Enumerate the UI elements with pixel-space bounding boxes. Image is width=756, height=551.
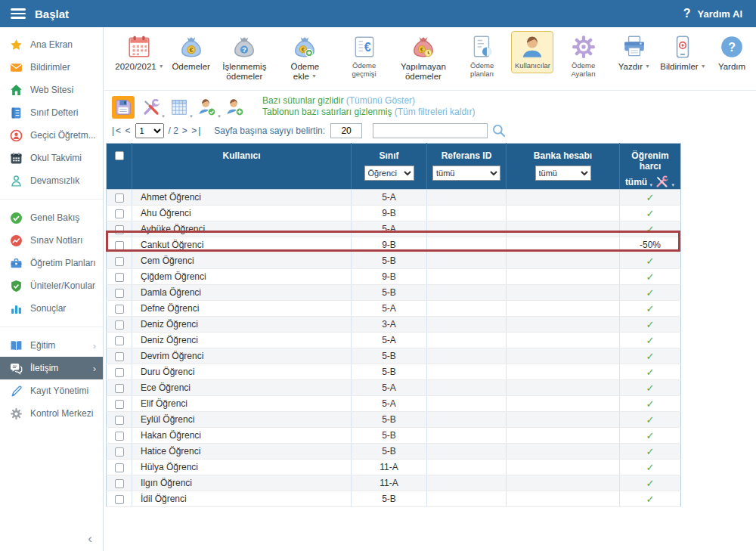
row-checkbox-cell[interactable]	[107, 253, 132, 269]
table-row[interactable]: Aybüke Öğrenci5-A✓	[107, 221, 681, 237]
table-row[interactable]: Duru Öğrenci5-B✓	[107, 364, 681, 380]
sidebar-item-egitim[interactable]: Eğitim ›	[0, 334, 103, 357]
table-row[interactable]: Çiğdem Öğrenci9-B✓	[107, 269, 681, 285]
save-button[interactable]	[112, 96, 135, 119]
row-checkbox-cell[interactable]	[107, 428, 132, 444]
bank-filter-select[interactable]: tümü	[535, 166, 591, 181]
toolbar-item-yardim[interactable]: ? Yardım	[711, 31, 753, 75]
row-checkbox[interactable]	[115, 225, 124, 234]
row-checkbox-cell[interactable]	[107, 301, 132, 317]
sidebar-item-uniteler-konular[interactable]: Üniteler/Konular	[0, 274, 103, 297]
row-checkbox[interactable]	[115, 336, 124, 345]
toolbar-item-bildirimler[interactable]: Bildirimler▼	[657, 31, 709, 75]
row-checkbox[interactable]	[115, 447, 124, 457]
row-checkbox[interactable]	[115, 320, 124, 330]
show-all-columns-link[interactable]: (Tümünü Göster)	[346, 95, 415, 106]
user-name-cell[interactable]: Hatice Öğrenci	[132, 444, 352, 460]
row-checkbox-cell[interactable]	[107, 348, 132, 364]
table-row[interactable]: Ece Öğrenci5-A✓	[107, 380, 681, 396]
user-name-cell[interactable]: Aybüke Öğrenci	[132, 221, 352, 237]
user-name-cell[interactable]: Hakan Öğrenci	[132, 428, 352, 444]
row-checkbox-cell[interactable]	[107, 317, 132, 333]
table-row[interactable]: Elif Öğrenci5-A✓	[107, 396, 681, 412]
table-row[interactable]: Cem Öğrenci5-B✓	[107, 253, 681, 269]
prev-page-button[interactable]: <	[125, 125, 132, 136]
user-name-cell[interactable]: Ece Öğrenci	[132, 380, 352, 396]
sidebar-item-devamsizlik[interactable]: Devamsızlık	[0, 169, 103, 192]
select-all-header[interactable]	[107, 144, 132, 190]
row-checkbox[interactable]	[115, 368, 124, 377]
row-checkbox[interactable]	[115, 479, 124, 488]
sidebar-item-ogretim-planlari[interactable]: Öğretim Planları	[0, 252, 103, 274]
row-checkbox[interactable]	[115, 495, 124, 504]
row-checkbox-cell[interactable]	[107, 460, 132, 475]
sidebar-item-sinav-notlari[interactable]: Sınav Notları	[0, 229, 103, 252]
table-row[interactable]: Cankut Öğrenci9-B-50%	[107, 237, 681, 253]
table-row[interactable]: Devrim Öğrenci5-B✓	[107, 348, 681, 364]
user-name-cell[interactable]: Cem Öğrenci	[132, 253, 352, 269]
table-row[interactable]: Damla Öğrenci5-B✓	[107, 285, 681, 301]
row-checkbox[interactable]	[115, 289, 124, 298]
sidebar-item-genel-bakis[interactable]: Genel Bakış	[0, 206, 103, 229]
user-name-cell[interactable]: Deniz Öğrenci	[132, 333, 352, 348]
select-all-checkbox[interactable]	[115, 151, 124, 160]
user-name-cell[interactable]: İdil Öğrenci	[132, 491, 352, 507]
table-row[interactable]: Deniz Öğrenci5-A✓	[107, 333, 681, 348]
row-checkbox-cell[interactable]	[107, 475, 132, 491]
sidebar-item-gecici-ogretmen[interactable]: Geçici Öğretm...	[0, 124, 103, 147]
page-size-input[interactable]	[330, 123, 362, 138]
toolbar-item-odemeler[interactable]: € Ödemeler	[169, 31, 213, 75]
toolbar-item-odeme-ekle[interactable]: € Ödeme ekle▼	[275, 31, 334, 85]
toolbar-item-yapilmayan-odemeler[interactable]: € Yapılmayan ödemeler	[394, 31, 453, 85]
column-header-reference[interactable]: Referans ID tümü	[427, 144, 507, 190]
row-checkbox-cell[interactable]	[107, 269, 132, 285]
toolbar-item-odeme-planlari[interactable]: Ödeme planları	[454, 31, 510, 81]
first-page-button[interactable]: |<	[112, 125, 122, 136]
table-row[interactable]: Defne Öğrenci5-A✓	[107, 301, 681, 317]
table-row[interactable]: Hülya Öğrenci11-A✓	[107, 460, 681, 475]
user-name-cell[interactable]: Devrim Öğrenci	[132, 348, 352, 364]
row-checkbox[interactable]	[115, 209, 124, 218]
row-checkbox-cell[interactable]	[107, 396, 132, 412]
user-name-cell[interactable]: Deniz Öğrenci	[132, 317, 352, 333]
table-row[interactable]: İdil Öğrenci5-B✓	[107, 491, 681, 507]
user-name-cell[interactable]: Cankut Öğrenci	[132, 237, 352, 253]
sidebar-item-kayit-yonetimi[interactable]: Kayıt Yönetimi	[0, 379, 103, 402]
table-row[interactable]: Ilgın Öğrenci11-A✓	[107, 475, 681, 491]
row-checkbox-cell[interactable]	[107, 221, 132, 237]
user-name-cell[interactable]: Çiğdem Öğrenci	[132, 269, 352, 285]
table-row[interactable]: Ahmet Öğrenci5-A✓	[107, 190, 681, 206]
toolbar-item-school-year[interactable]: 2020/2021▼	[112, 31, 167, 75]
user-approve-button[interactable]: ▼	[196, 96, 218, 119]
fee-tools-icon[interactable]	[655, 175, 669, 189]
row-checkbox-cell[interactable]	[107, 285, 132, 301]
toolbar-item-kullanicilar[interactable]: Kullanıcılar	[511, 31, 553, 73]
row-checkbox-cell[interactable]	[107, 491, 132, 507]
column-header-class[interactable]: Sınıf Öğrenci	[352, 144, 427, 190]
row-checkbox-cell[interactable]	[107, 444, 132, 460]
user-add-button[interactable]	[224, 96, 246, 119]
row-checkbox-cell[interactable]	[107, 333, 132, 348]
help-button[interactable]: ? Yardım Al	[683, 7, 756, 20]
toolbar-item-odeme-ayarlari[interactable]: Ödeme Ayarları	[555, 31, 611, 81]
row-checkbox[interactable]	[115, 257, 124, 266]
last-page-button[interactable]: >|	[191, 125, 202, 136]
tools-button[interactable]: ▼	[140, 96, 163, 119]
row-checkbox-cell[interactable]	[107, 190, 132, 206]
table-row[interactable]: Ahu Öğrenci9-B✓	[107, 206, 681, 221]
row-checkbox[interactable]	[115, 193, 124, 203]
row-checkbox[interactable]	[115, 416, 124, 425]
search-button[interactable]	[491, 123, 507, 138]
sidebar-collapse-button[interactable]: ‹	[88, 531, 92, 546]
user-name-cell[interactable]: Duru Öğrenci	[132, 364, 352, 380]
row-checkbox[interactable]	[115, 305, 124, 314]
toolbar-item-yazdir[interactable]: Yazdır▼	[613, 31, 655, 75]
user-name-cell[interactable]: Elif Öğrenci	[132, 396, 352, 412]
column-header-user[interactable]: Kullanıcı	[132, 144, 352, 190]
clear-filters-link[interactable]: (Tüm filtreleri kaldır)	[395, 107, 476, 117]
sidebar-item-ana-ekran[interactable]: Ana Ekran	[0, 33, 103, 56]
row-checkbox[interactable]	[115, 241, 124, 250]
row-checkbox-cell[interactable]	[107, 206, 132, 221]
table-row[interactable]: Deniz Öğrenci3-A✓	[107, 317, 681, 333]
sidebar-item-bildirimler[interactable]: Bildirimler	[0, 56, 103, 79]
